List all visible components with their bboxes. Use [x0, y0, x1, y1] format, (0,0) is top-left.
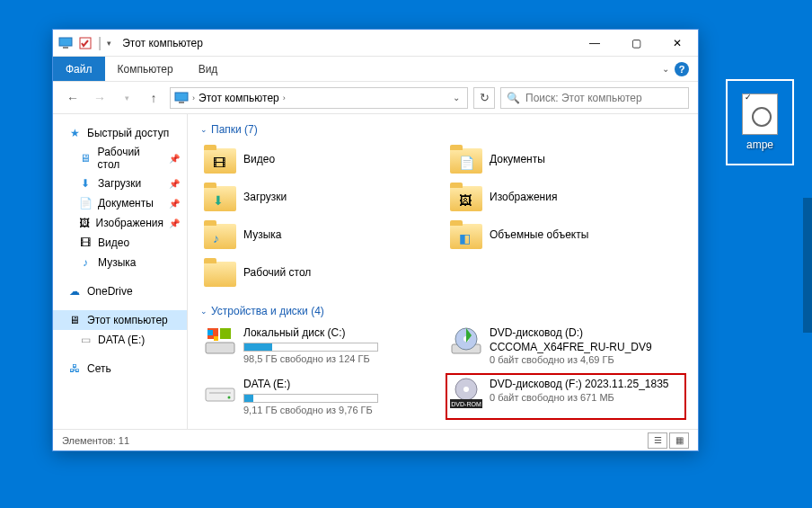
chevron-down-icon: ⌄	[200, 125, 207, 134]
folder-icon: ⬇	[204, 183, 236, 211]
maximize-button[interactable]: ▢	[615, 30, 657, 56]
sidebar-item-videos[interactable]: 🎞Видео	[53, 233, 187, 253]
sidebar-item-pictures[interactable]: 🖼Изображения📌	[53, 213, 187, 233]
sidebar-onedrive[interactable]: ☁OneDrive	[53, 281, 187, 301]
ribbon-expand-icon[interactable]: ⌄	[662, 64, 669, 74]
drive-c[interactable]: Локальный диск (C:)98,5 ГБ свободно из 1…	[200, 323, 439, 369]
svg-rect-4	[179, 102, 184, 103]
pc-icon: 🖥	[67, 313, 82, 327]
icons-view-button[interactable]: ▦	[669, 432, 689, 449]
video-icon: 🎞	[78, 236, 93, 250]
windows-drive-icon	[204, 326, 236, 357]
svg-rect-7	[220, 328, 231, 339]
sidebar-quick-access[interactable]: ★Быстрый доступ	[53, 123, 187, 143]
pc-icon	[174, 91, 189, 105]
pin-icon: 📌	[169, 154, 180, 164]
hdd-icon	[204, 378, 236, 408]
breadcrumb-segment[interactable]: Этот компьютер	[199, 92, 279, 104]
svg-rect-3	[175, 93, 188, 101]
chevron-right-icon[interactable]: ›	[192, 94, 195, 102]
search-placeholder: Поиск: Этот компьютер	[525, 92, 642, 104]
drive-d-dvd[interactable]: DVD-дисковод (D:) CCCOMA_X64FRE_RU-RU_DV…	[446, 323, 685, 369]
svg-rect-9	[214, 336, 218, 341]
drive-icon: ▭	[78, 333, 93, 347]
forward-button[interactable]: →	[89, 87, 110, 109]
sidebar-item-desktop[interactable]: 🖥Рабочий стол📌	[53, 143, 187, 174]
qat-separator: |	[98, 35, 102, 51]
drive-capacity-bar	[243, 394, 378, 403]
music-icon: ♪	[78, 255, 93, 270]
svg-rect-13	[206, 388, 234, 401]
pin-icon: 📌	[169, 179, 180, 189]
file-icon	[742, 94, 778, 135]
help-icon[interactable]: ?	[675, 62, 689, 76]
sidebar-item-documents[interactable]: 📄Документы📌	[53, 193, 187, 213]
folder-pictures[interactable]: 🖼Изображения	[446, 179, 685, 215]
folder-desktop[interactable]: Рабочий стол	[200, 254, 439, 290]
folder-icon	[204, 258, 236, 287]
sidebar-this-pc[interactable]: 🖥Этот компьютер	[53, 310, 187, 330]
tab-view[interactable]: Вид	[186, 58, 231, 81]
chevron-down-icon: ⌄	[200, 307, 207, 316]
folder-icon: 📄	[450, 145, 482, 174]
item-count: Элементов: 11	[62, 435, 129, 446]
details-view-button[interactable]: ☰	[648, 432, 667, 449]
navigation-pane: ★Быстрый доступ 🖥Рабочий стол📌 ⬇Загрузки…	[53, 114, 188, 429]
search-input[interactable]: 🔍 Поиск: Этот компьютер	[500, 87, 689, 109]
drive-capacity-bar	[243, 343, 378, 352]
drive-f-dvd[interactable]: DVD-ROM DVD-дисковод (F:) 2023.11.25_183…	[446, 374, 685, 419]
up-button[interactable]: ↑	[143, 87, 164, 109]
folder-3d-objects[interactable]: ◧Объемные объекты	[446, 217, 685, 253]
pin-icon: 📌	[169, 218, 180, 228]
desktop-icon-ampe[interactable]: ampe	[726, 79, 794, 165]
recent-dropdown-icon[interactable]: ▾	[116, 87, 137, 109]
sidebar-network[interactable]: 🖧Сеть	[53, 359, 187, 379]
folder-icon: ♪	[204, 220, 236, 249]
dvd-icon	[450, 326, 482, 357]
ribbon-tabs: Файл Компьютер Вид ⌄ ?	[53, 57, 698, 82]
tab-computer[interactable]: Компьютер	[105, 58, 186, 81]
content-pane: ⌄Папки (7) 🎞Видео 📄Документы ⬇Загрузки 🖼…	[188, 114, 698, 429]
sidebar-item-downloads[interactable]: ⬇Загрузки📌	[53, 174, 187, 193]
svg-rect-5	[206, 343, 234, 353]
pc-icon	[58, 36, 73, 50]
desktop-icon: 🖥	[78, 151, 93, 165]
address-dropdown-icon[interactable]: ⌄	[453, 93, 463, 102]
qat-dropdown-icon[interactable]: ▾	[107, 39, 111, 48]
star-icon: ★	[67, 126, 82, 140]
picture-icon: 🖼	[78, 216, 91, 230]
drive-e-data[interactable]: DATA (E:)9,11 ГБ свободно из 9,76 ГБ	[200, 374, 439, 419]
desktop-icon-label: ampe	[746, 138, 773, 151]
document-icon: 📄	[78, 196, 93, 210]
svg-point-17	[463, 387, 469, 392]
folder-music[interactable]: ♪Музыка	[200, 217, 439, 253]
svg-rect-8	[207, 330, 213, 335]
refresh-button[interactable]: ↻	[473, 87, 495, 109]
properties-icon[interactable]	[78, 36, 93, 50]
folder-documents[interactable]: 📄Документы	[446, 141, 685, 177]
title-bar: | ▾ Этот компьютер — ▢ ✕	[53, 30, 698, 57]
sidebar-item-music[interactable]: ♪Музыка	[53, 253, 187, 272]
section-folders[interactable]: ⌄Папки (7)	[200, 123, 685, 136]
folder-videos[interactable]: 🎞Видео	[200, 141, 439, 177]
back-button[interactable]: ←	[62, 87, 84, 109]
download-icon: ⬇	[78, 176, 93, 191]
section-drives[interactable]: ⌄Устройства и диски (4)	[200, 305, 685, 317]
status-bar: Элементов: 11 ☰ ▦	[53, 429, 698, 450]
folder-icon: 🖼	[450, 183, 482, 211]
file-tab[interactable]: Файл	[53, 57, 105, 81]
navigation-bar: ← → ▾ ↑ › Этот компьютер › ⌄ ↻ 🔍 Поиск: …	[53, 82, 698, 114]
sidebar-item-data-e[interactable]: ▭DATA (E:)	[53, 330, 187, 350]
explorer-window: | ▾ Этот компьютер — ▢ ✕ Файл Компьютер …	[52, 29, 699, 451]
dvd-rom-icon: DVD-ROM	[450, 378, 482, 408]
chevron-right-icon[interactable]: ›	[283, 94, 286, 102]
pin-icon: 📌	[169, 199, 180, 209]
svg-rect-14	[209, 392, 231, 394]
minimize-button[interactable]: —	[574, 30, 615, 56]
network-icon: 🖧	[67, 361, 82, 376]
address-bar[interactable]: › Этот компьютер › ⌄	[170, 87, 468, 109]
svg-point-15	[228, 397, 231, 399]
search-icon: 🔍	[507, 92, 520, 104]
folder-downloads[interactable]: ⬇Загрузки	[200, 179, 439, 215]
close-button[interactable]: ✕	[657, 30, 698, 56]
